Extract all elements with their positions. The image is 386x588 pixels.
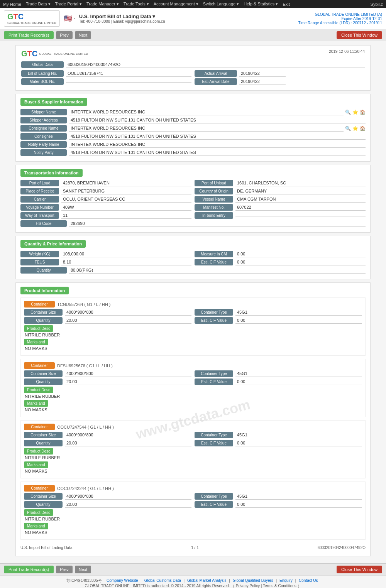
voyage-row: Voyage Number 409W Manifest No. 607022	[20, 204, 366, 211]
place-of-receipt-label: Place of Receipt	[20, 188, 59, 194]
footer-copyright: GLOBAL TRADE ONLINE LIMITED is authorize…	[2, 583, 384, 588]
page-header: GTC GLOBAL TRADE ONLINE LIMITED 🇺🇸 - U.S…	[0, 8, 386, 29]
nav-exit[interactable]: Exit	[283, 2, 290, 7]
container-3-size-col: Container Size 4000*900*800	[24, 432, 191, 438]
footer-global-market[interactable]: Global Market Analysis	[187, 578, 227, 583]
voyage-number-label: Voyage Number	[20, 204, 59, 211]
weight-label: Weight (KG)	[20, 251, 59, 257]
way-of-transport-value: 11	[61, 212, 191, 219]
shipper-name-value: INTERTEX WORLD RESOURCES INC	[69, 109, 344, 115]
teus-col: TEUS 8.10	[20, 259, 191, 265]
shipper-address-label: Shipper Address	[20, 117, 67, 123]
manifest-col: Manifest No. 607022	[195, 204, 366, 211]
doc-logo-sub: GLOBAL TRADE ONLINE LIMITED	[39, 52, 88, 56]
container-2-qty-label: Quantity	[24, 378, 63, 385]
container-3-qty-col: Quantity 20.00	[24, 440, 191, 446]
nav-trade-tools[interactable]: Trade Tools ▾	[124, 2, 149, 7]
nav-trade-portal[interactable]: Trade Portal ▾	[55, 2, 82, 7]
quantity-main-label: Quantity	[20, 267, 67, 274]
container-4-qty-col: Quantity 20.00	[24, 501, 191, 508]
nav-switch-language[interactable]: Switch Language ▾	[203, 2, 239, 7]
container-4-value: OOCU7242244 ( G1 / L / HH )	[57, 486, 114, 491]
container-2-row: Container DFSU6925676 ( G1 / L / HH )	[24, 362, 362, 369]
top-toolbar: Print Trade Record(s) Prev Next Close Th…	[0, 29, 386, 41]
container-2-cif-col: Esti. CIF Value 0.00	[195, 378, 362, 385]
container-2-qty-value: 20.00	[65, 378, 191, 385]
star-icon[interactable]: ⭐	[352, 110, 358, 115]
footer-global-buyers[interactable]: Global Qualified Buyers	[233, 578, 273, 583]
search-icon[interactable]: 🔍	[345, 110, 351, 115]
global-data-row: Global Data 600320190424000047492O	[21, 61, 365, 68]
port-load-col: Port of Load 42870, BREMERHAVEN	[20, 180, 191, 186]
container-1-label: Container	[24, 301, 55, 308]
home-icon-2[interactable]: 🏠	[360, 126, 366, 131]
container-2-size-col: Container Size 4000*900*800	[24, 370, 191, 377]
footer-enquiry[interactable]: Enquiry	[279, 578, 293, 583]
nav-trade-data[interactable]: Trade Data ▾	[26, 2, 51, 7]
consignee-name-value: INTERTEX WORLD RESOURCES INC	[69, 125, 344, 132]
shipper-name-row: Shipper Name INTERTEX WORLD RESOURCES IN…	[20, 109, 366, 115]
container-3-marks-btn: Marks and	[24, 461, 362, 469]
container-2-label: Container	[24, 362, 55, 369]
star-icon-2[interactable]: ⭐	[352, 126, 358, 131]
nav-help-statistics[interactable]: Help & Statistics ▾	[244, 2, 278, 7]
container-2-qty-col: Quantity 20.00	[24, 378, 191, 385]
logo: GTC GLOBAL TRADE ONLINE LIMITED	[4, 10, 60, 27]
bottom-print-button[interactable]: Print Trade Record(s)	[4, 566, 54, 573]
footer-contact-us[interactable]: Contact Us	[299, 578, 318, 583]
flag-icon: 🇺🇸	[64, 14, 72, 23]
footer-company-website[interactable]: Company Website	[107, 578, 138, 583]
container-2-size-value: 4000*900*800	[65, 370, 191, 377]
actual-arrival-item: Actual Arrival 20190422	[195, 70, 365, 77]
nav-account-management[interactable]: Account Management ▾	[154, 2, 198, 7]
bol-item: Bill of Lading No. OOLU2617156741	[21, 70, 191, 77]
bottom-close-button[interactable]: Close This Window	[337, 566, 382, 573]
hs-code-label: HS Code	[20, 220, 67, 227]
print-record-button[interactable]: Print Trade Record(s)	[4, 31, 54, 39]
nav-trade-manager[interactable]: Trade Manager ▾	[86, 2, 119, 7]
container-3-label: Container	[24, 424, 55, 430]
container-4-marks-text: NO MARKS	[25, 530, 362, 535]
container-2-qty-row: Quantity 20.00 Esti. CIF Value 0.00	[24, 378, 362, 385]
doc-logo: GTC GLOBAL TRADE ONLINE LIMITED	[21, 49, 88, 58]
mater-bol-value	[66, 81, 191, 83]
actual-arrival-label: Actual Arrival	[195, 70, 237, 77]
consignee-icons: 🔍 ⭐ 🏠	[345, 126, 366, 131]
global-data-value: 600320190424000047492O	[66, 61, 365, 68]
port-of-unload-label: Port of Unload	[195, 180, 233, 186]
global-data-label: Global Data	[21, 61, 64, 68]
close-window-button[interactable]: Close This Window	[337, 31, 382, 39]
port-unload-col: Port of Unload 1601, CHARLESTON, SC	[195, 180, 366, 186]
product-container-2: Container DFSU6925676 ( G1 / L / HH ) Co…	[20, 359, 366, 417]
next-button[interactable]: Next	[75, 31, 91, 39]
container-4-size-value: 4000*900*800	[65, 493, 191, 500]
container-4-cif-label: Esti. CIF Value	[195, 501, 233, 508]
voyage-number-value: 409W	[61, 204, 191, 211]
container-4-size-col: Container Size 4000*900*800	[24, 493, 191, 500]
container-2-size-row: Container Size 4000*900*800 Container Ty…	[24, 370, 362, 377]
container-4-label: Container	[24, 485, 55, 492]
voyage-col: Voyage Number 409W	[20, 204, 191, 211]
flag-area: 🇺🇸 -	[64, 14, 75, 23]
buyer-supplier-title: Buyer & Supplier Information	[20, 98, 87, 106]
container-2-marks-text: NO MARKS	[25, 407, 362, 412]
container-1-desc-btn: Product Desc	[24, 325, 362, 333]
prev-button[interactable]: Prev	[56, 31, 73, 39]
bottom-next-button[interactable]: Next	[75, 566, 91, 573]
nav-my-home[interactable]: My Home	[3, 2, 21, 7]
esti-cif-value: 0.00	[235, 259, 366, 265]
country-of-origin-label: Country of Origin	[195, 188, 233, 194]
footer-global-customs[interactable]: Global Customs Data	[144, 578, 181, 583]
container-3-cif-col: Esti. CIF Value 0.00	[195, 440, 362, 446]
mater-bol-item: Mater BOL No.	[21, 78, 191, 85]
container-2-marks-btn: Marks and	[24, 400, 362, 407]
nav-user: Sybil.z	[371, 2, 383, 7]
home-icon[interactable]: 🏠	[360, 110, 366, 115]
search-icon-2[interactable]: 🔍	[345, 126, 351, 131]
esti-arrival-item: Esti Arrival Date 20190422	[195, 78, 365, 85]
container-3-cif-label: Esti. CIF Value	[195, 440, 233, 446]
weight-value: 108,000.00	[61, 251, 191, 257]
container-2-type-label: Container Type	[195, 370, 233, 377]
bottom-prev-button[interactable]: Prev	[56, 566, 73, 573]
container-4-type-label: Container Type	[195, 493, 233, 500]
